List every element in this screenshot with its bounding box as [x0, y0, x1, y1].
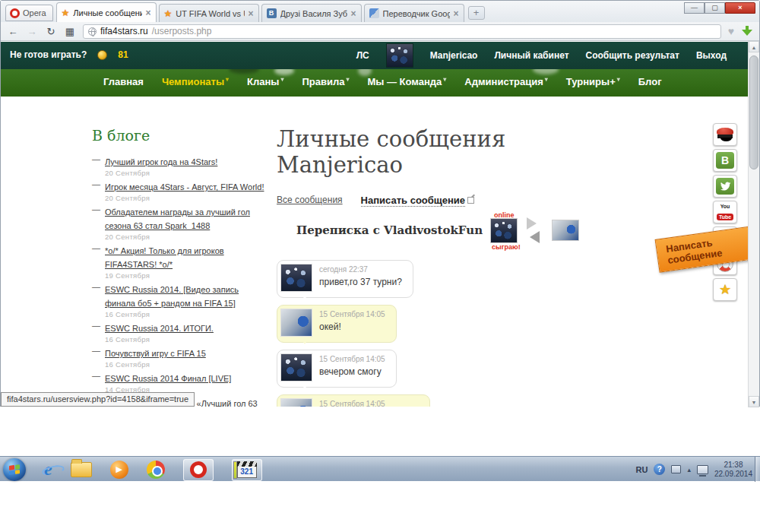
message-avatar[interactable]	[280, 353, 312, 382]
tab-messages[interactable]: ★ Личные сообщения Man ×	[56, 2, 157, 22]
url-input[interactable]: fifa4stars.ru /userposts.php	[83, 24, 721, 39]
help-tray-icon[interactable]: ?	[654, 464, 665, 475]
favorites-button[interactable]: ★	[713, 278, 737, 301]
own-avatar[interactable]	[552, 220, 579, 241]
speed-dial-icon[interactable]: ▦	[64, 26, 76, 37]
blog-post-link[interactable]: *o/* Акция! Только для игроков FIFA4STAR…	[105, 246, 224, 269]
show-desktop-button[interactable]	[755, 457, 760, 482]
pitch-photo-decor	[358, 69, 372, 76]
status-bar-url: fifa4stars.ru/usersview.php?id=4158&ifra…	[1, 392, 195, 407]
chevron-down-icon: ▾	[443, 76, 446, 83]
cabinet-link[interactable]: Личный кабинет	[494, 50, 568, 61]
coins-balance[interactable]: 81	[118, 49, 128, 60]
page-scrollbar[interactable]: ▲ ▼	[748, 41, 759, 407]
scroll-down-icon[interactable]: ▼	[749, 396, 759, 407]
opera-logo-icon	[10, 8, 20, 18]
system-tray: RU ? ▴ 21:38 22.09.2014	[636, 457, 752, 482]
pm-link[interactable]: ЛС	[356, 50, 369, 61]
nav-tournaments[interactable]: Турниры+▾	[566, 76, 620, 87]
message-bubble: 15 Сентября 14:05 вечером смогу	[277, 350, 397, 388]
online-badge: online	[494, 211, 515, 219]
tab-close-icon[interactable]: ×	[146, 8, 151, 18]
write-message-link[interactable]: Написать сообщение	[361, 195, 465, 207]
nav-rules[interactable]: Правила▾	[302, 76, 349, 87]
minimize-button[interactable]: —	[684, 2, 705, 14]
message-text: привет,го 37 турни?	[319, 277, 402, 287]
admin-cap-button[interactable]	[713, 123, 737, 146]
vk-button[interactable]: B	[713, 149, 737, 172]
all-messages-link[interactable]: Все сообщения	[277, 195, 343, 205]
start-button[interactable]	[3, 458, 26, 481]
new-tab-button[interactable]: +	[468, 6, 485, 20]
media-player-icon[interactable]: ▶	[110, 461, 128, 479]
nav-clans[interactable]: Кланы▾	[247, 76, 283, 87]
explorer-folder-icon[interactable]	[71, 462, 92, 477]
blog-post-item: — Обладателем награды за лучший гол сезо…	[92, 204, 265, 241]
scrollbar-thumb[interactable]	[749, 55, 758, 169]
bookmark-heart-icon[interactable]: ♥	[728, 25, 734, 37]
close-button[interactable]: ×	[725, 2, 755, 14]
scroll-up-icon[interactable]: ▲	[749, 41, 759, 52]
opera-menu-button[interactable]: Opera	[5, 5, 53, 21]
chrome-icon[interactable]	[147, 461, 165, 479]
message-bubble: 15 Сентября 14:05 окей!	[277, 305, 397, 343]
blog-post-link[interactable]: Игрок месяца 4Stars - Август, FIFA World…	[105, 182, 264, 192]
network-icon[interactable]	[697, 465, 708, 474]
back-icon[interactable]: ←	[7, 26, 19, 37]
main-content: Личные сообщения Manjericao Все сообщени…	[277, 126, 603, 407]
logout-link[interactable]: Выход	[696, 50, 727, 61]
tab-title: Переводчик Google	[383, 9, 450, 18]
language-indicator[interactable]: RU	[636, 465, 648, 474]
internet-explorer-icon[interactable]: e	[44, 459, 52, 480]
nav-team[interactable]: Мы — Команда▾	[367, 76, 446, 87]
blog-post-link[interactable]: ESWC Russia 2014. [Видео запись финала б…	[105, 285, 239, 308]
tab-ut-fifa[interactable]: ★ UT FIFA World vs UT FIFA ×	[159, 4, 259, 22]
tab-close-icon[interactable]: ×	[454, 8, 459, 19]
tab-strip: Opera ★ Личные сообщения Man × ★ UT FIFA…	[1, 1, 759, 22]
header-avatar[interactable]	[386, 43, 413, 68]
tab-close-icon[interactable]: ×	[249, 8, 254, 19]
tab-close-icon[interactable]: ×	[351, 8, 356, 19]
pitch-photo-decor	[274, 69, 294, 75]
nav-home[interactable]: Главная	[103, 76, 144, 87]
download-icon[interactable]	[741, 25, 753, 37]
maximize-button[interactable]: ▢	[705, 2, 725, 14]
taskbar-clock[interactable]: 21:38 22.09.2014	[714, 461, 752, 479]
message-avatar[interactable]	[280, 264, 312, 292]
nav-championships[interactable]: Чемпионаты▾	[162, 76, 229, 87]
blog-post-link[interactable]: Почувствуй игру с FIFA 15	[105, 349, 206, 358]
reload-icon[interactable]: ↻	[45, 26, 57, 37]
blog-post-link[interactable]: Обладателем награды за лучший гол сезона…	[105, 207, 250, 230]
star-icon: ★	[719, 281, 731, 298]
twitter-button[interactable]	[713, 175, 737, 198]
tab-translate[interactable]: Переводчик Google ×	[364, 4, 464, 22]
mpc-taskbar-button[interactable]: 321	[232, 459, 262, 481]
tray-expand-icon[interactable]: ▴	[687, 466, 691, 473]
tab-vk[interactable]: B Друзі Василя Зубчика | З ×	[261, 4, 362, 22]
blog-post-link[interactable]: Лучший игрок года на 4Stars!	[105, 157, 217, 166]
globe-icon	[88, 27, 97, 36]
taskbar: e ▶ 321 RU ? ▴ 21:38 22.09.2014	[0, 456, 760, 481]
update-tray-icon[interactable]	[671, 465, 681, 473]
message-avatar[interactable]	[280, 398, 312, 407]
clapperboard-icon: 321	[237, 461, 257, 478]
opponent-avatar[interactable]: online сыграю!	[490, 218, 518, 243]
username-link[interactable]: Manjericao	[430, 50, 478, 61]
url-domain: fifa4stars.ru	[100, 26, 148, 36]
forward-icon[interactable]: →	[26, 26, 38, 37]
message-text: окей!	[319, 321, 385, 332]
nav-blog[interactable]: Блог	[638, 76, 662, 87]
youtube-button[interactable]: YouTube	[713, 201, 737, 223]
blog-post-link[interactable]: ESWC Russia 2014 Финал [LIVE]	[105, 374, 231, 383]
blog-sidebar: В блоге — Лучший игрок года на 4Stars! 2…	[92, 127, 265, 407]
message-avatar[interactable]	[280, 309, 312, 337]
nav-administration[interactable]: Администрация▾	[464, 76, 547, 87]
vs-arrows	[527, 217, 543, 243]
play-badge: сыграю!	[492, 243, 521, 251]
opera-taskbar-button[interactable]	[183, 459, 214, 481]
report-result-link[interactable]: Сообщить результат	[586, 50, 679, 61]
message-list: сегодня 22:37 привет,го 37 турни? 15 Сен…	[277, 260, 603, 407]
fifa4stars-favicon: ★	[62, 8, 70, 17]
not-ready-link[interactable]: Не готов играть?	[10, 49, 87, 60]
blog-post-link[interactable]: ESWC Russia 2014. ИТОГИ.	[105, 324, 214, 333]
